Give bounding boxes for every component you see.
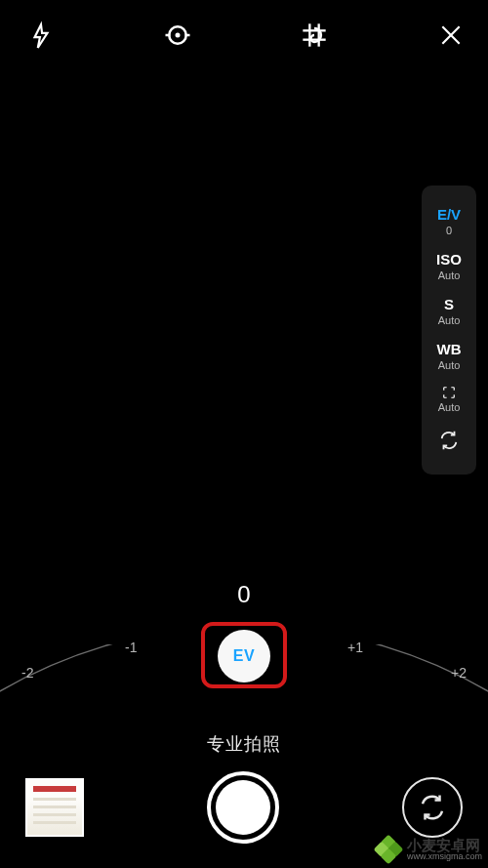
- param-iso-value: Auto: [422, 269, 476, 282]
- shutter-button[interactable]: [207, 771, 279, 844]
- param-iso-label: ISO: [422, 251, 476, 268]
- watermark-logo: [376, 837, 401, 862]
- mode-label: 专业拍照: [0, 732, 488, 756]
- watermark-name: 小麦安卓网: [407, 838, 482, 852]
- param-ev-value: 0: [422, 225, 476, 237]
- watermark: 小麦安卓网 www.xmsigma.com: [376, 837, 482, 862]
- parameter-panel: E/V 0 ISO Auto S Auto WB Auto Auto: [422, 186, 476, 475]
- grid-icon[interactable]: [297, 18, 332, 53]
- reset-icon[interactable]: [438, 420, 460, 465]
- flash-icon[interactable]: [23, 18, 59, 53]
- param-wb-label: WB: [422, 341, 476, 357]
- watermark-url: www.xmsigma.com: [407, 852, 482, 861]
- param-iso[interactable]: ISO Auto: [422, 244, 476, 289]
- switch-camera-button[interactable]: [402, 777, 463, 838]
- param-ev-label: E/V: [422, 206, 476, 223]
- ev-dial[interactable]: 0 -2 -1 +1 +2 EV: [0, 581, 488, 727]
- svg-point-1: [176, 33, 181, 38]
- dial-knob-label: EV: [233, 647, 255, 665]
- param-wb-value: Auto: [422, 359, 476, 372]
- dial-tick-minus1: -1: [125, 640, 137, 655]
- dial-tick-plus2: +2: [451, 665, 467, 681]
- close-icon[interactable]: [433, 18, 468, 53]
- metering-icon[interactable]: [160, 18, 195, 53]
- top-bar: [0, 12, 488, 59]
- param-focus-value: Auto: [422, 401, 476, 414]
- focus-icon: [422, 386, 476, 399]
- dial-current-value: 0: [237, 581, 250, 608]
- param-shutter[interactable]: S Auto: [422, 289, 476, 334]
- param-shutter-value: Auto: [422, 314, 476, 327]
- param-ev[interactable]: E/V 0: [422, 199, 476, 244]
- watermark-text-wrap: 小麦安卓网 www.xmsigma.com: [407, 838, 482, 861]
- gallery-thumbnail[interactable]: [25, 778, 84, 837]
- param-focus[interactable]: Auto: [422, 379, 476, 421]
- dial-tick-minus2: -2: [21, 665, 33, 681]
- param-wb[interactable]: WB Auto: [422, 334, 476, 379]
- param-shutter-label: S: [422, 296, 476, 312]
- dial-tick-plus1: +1: [347, 640, 363, 655]
- dial-knob[interactable]: EV: [218, 630, 270, 682]
- shutter-inner: [216, 780, 270, 835]
